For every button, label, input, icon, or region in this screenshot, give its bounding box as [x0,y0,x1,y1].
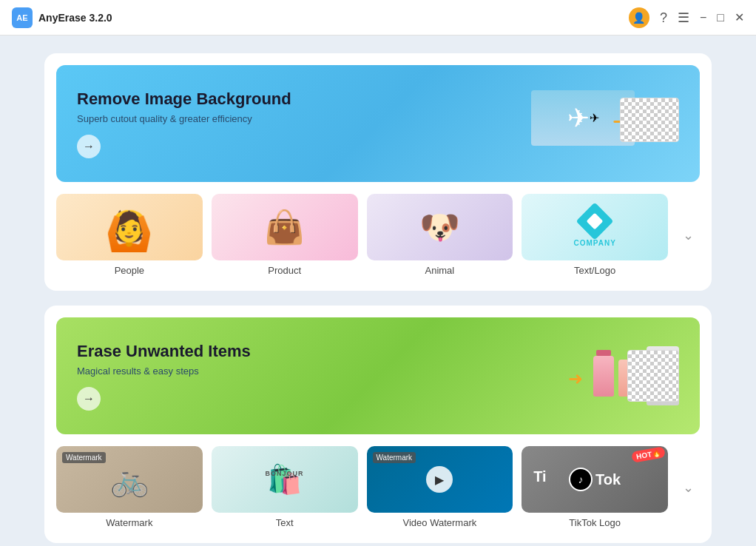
titlebar: AE AnyErase 3.2.0 👤 ? ☰ − □ ✕ [0,0,756,36]
dog-icon: 🐶 [419,208,460,246]
play-button-icon: ▶ [426,466,453,493]
titlebar-left: AE AnyErase 3.2.0 [12,7,112,28]
thumb-item-product[interactable]: 👜 Product [212,194,358,276]
thumb-item-video[interactable]: Watermark ▶ Video Watermark [367,446,513,528]
company-logo-icon: COMPANY [573,208,615,247]
video-watermark-badge: Watermark [373,452,416,463]
plane-image: ✈ ➜ [531,90,679,157]
thumb-img-people: 🙆 [56,194,203,260]
thumb-img-text: 🛍️ BONJOUR [212,446,358,513]
app-logo-icon: AE [12,7,33,28]
thumb-label-text: Text [276,517,294,528]
tiktok-logo-icon: ♪ Tok [569,468,621,491]
thumb-label-textlogo: Text/Logo [574,265,615,276]
section1-expand-chevron[interactable]: ⌄ [677,221,700,249]
bottles-image: ➜ [524,343,679,409]
thumb-item-watermark[interactable]: Watermark 🚲 Watermark [56,446,203,528]
thumb-img-textlogo: COMPANY [522,194,668,260]
erase-arrow-button[interactable]: → [77,387,101,411]
thumb-img-video: Watermark ▶ [367,446,513,513]
remove-bg-title: Remove Image Background [77,90,291,109]
erase-banner-text: Erase Unwanted Items Magical results & e… [77,342,251,411]
section2-expand-chevron[interactable]: ⌄ [677,473,700,502]
thumb-item-animal[interactable]: 🐶 Animal [367,194,513,276]
thumb-label-watermark: Watermark [106,517,152,528]
arrow-erase-icon: ➜ [568,368,583,389]
menu-icon[interactable]: ☰ [678,11,689,24]
thumb-img-tiktok: HOT🔥 ♪ Tok Ti [522,446,668,513]
maximize-button[interactable]: □ [717,11,724,24]
minimize-button[interactable]: − [700,11,706,24]
thumb-item-textlogo[interactable]: COMPANY Text/Logo [522,194,668,276]
remove-bg-banner: Remove Image Background Superb cutout qu… [56,65,700,182]
erase-title: Erase Unwanted Items [77,342,251,361]
titlebar-controls: 👤 ? ☰ − □ ✕ [629,7,744,28]
erase-banner: Erase Unwanted Items Magical results & e… [56,317,700,434]
thumb-label-animal: Animal [425,265,455,276]
erase-items-card: Erase Unwanted Items Magical results & e… [44,306,712,543]
person-icon: 🙆 [105,209,153,254]
thumb-item-text[interactable]: 🛍️ BONJOUR Text [212,446,358,528]
remove-bg-banner-text: Remove Image Background Superb cutout qu… [77,90,291,158]
hot-badge: HOT🔥 [631,446,666,463]
remove-bg-thumb-grid: 🙆 People 👜 Product 🐶 Animal [44,194,712,276]
bag-icon: 👜 [264,208,305,246]
erase-illustration: ➜ [516,335,679,417]
user-avatar-icon[interactable]: 👤 [629,7,649,28]
help-icon[interactable]: ? [660,11,667,24]
close-button[interactable]: ✕ [735,10,744,24]
thumb-label-product: Product [268,265,301,276]
checkered-bg [620,98,679,142]
watermark-badge: Watermark [62,452,106,463]
thumb-img-product: 👜 [212,194,358,260]
remove-bg-illustration: ✈ ➜ [516,83,679,164]
thumb-item-people[interactable]: 🙆 People [56,194,203,276]
remove-bg-subtitle: Superb cutout quality & greater efficien… [77,113,291,124]
thumb-item-tiktok[interactable]: HOT🔥 ♪ Tok Ti TikTok Logo [522,446,668,528]
erase-subtitle: Magical results & easy steps [77,365,251,377]
thumb-img-animal: 🐶 [367,194,513,260]
thumb-img-watermark: Watermark 🚲 [56,446,203,513]
remove-background-card: Remove Image Background Superb cutout qu… [44,53,712,291]
erased-checkered [627,350,679,402]
bike-icon: 🚲 [110,462,149,498]
remove-bg-arrow-button[interactable]: → [77,135,101,158]
thumb-label-video: Video Watermark [403,517,477,528]
bonjour-bag-icon: 🛍️ BONJOUR [267,463,302,496]
app-name: AnyErase 3.2.0 [38,12,112,24]
erase-thumb-grid: Watermark 🚲 Watermark 🛍️ BONJOUR Text [44,446,712,528]
thumb-label-people: People [115,265,144,276]
thumb-label-tiktok: TikTok Logo [569,517,621,528]
bottle-small-icon [593,356,614,397]
main-content: Remove Image Background Superb cutout qu… [0,36,756,546]
